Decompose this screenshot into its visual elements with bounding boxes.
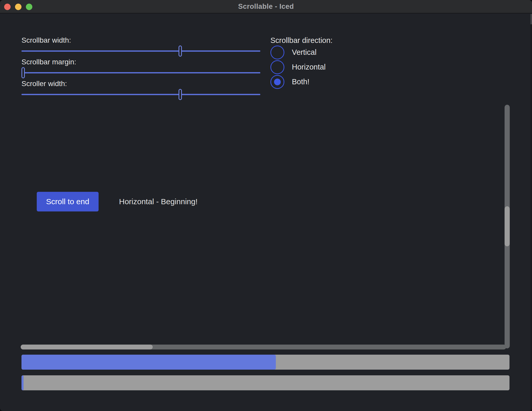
slider-rail[interactable] [21, 67, 260, 78]
radio-group-label: Scrollbar direction: [270, 36, 333, 45]
progress-fill [21, 355, 276, 370]
radio-circle-icon [270, 60, 284, 74]
horizontal-scrollbar[interactable] [21, 345, 506, 349]
vertical-scrollbar-thumb[interactable] [505, 206, 510, 246]
radio-both[interactable]: Both! [270, 74, 333, 89]
radio-circle-icon [270, 75, 284, 89]
scrollbar-direction-group: Scrollbar direction: Vertical Horizontal… [270, 36, 333, 89]
slider-handle[interactable] [21, 67, 25, 78]
slider-label: Scrollbar width: [21, 36, 260, 45]
outer-scrollbar[interactable] [530, 14, 532, 411]
slider-rail[interactable] [21, 45, 260, 57]
outer-scrollbar-thumb[interactable] [530, 14, 532, 24]
titlebar: Scrollable - Iced [0, 0, 532, 13]
slider-track [21, 94, 260, 95]
radio-label: Horizontal [292, 63, 326, 71]
scroll-status-text: Horizontal - Beginning! [119, 192, 198, 211]
horizontal-scrollbar-thumb[interactable] [21, 345, 153, 349]
slider-scroller-width: Scroller width: [21, 79, 260, 100]
app-window: Scrollable - Iced Scrollbar width: Scrol… [0, 0, 532, 411]
radio-circle-icon [270, 45, 284, 59]
scroll-to-end-button[interactable]: Scroll to end [37, 192, 99, 211]
slider-label: Scroller width: [21, 79, 260, 88]
vertical-scrollbar[interactable] [505, 105, 510, 348]
radio-horizontal[interactable]: Horizontal [270, 60, 333, 74]
radio-label: Vertical [292, 48, 316, 57]
slider-scrollbar-margin: Scrollbar margin: [21, 57, 260, 78]
slider-handle[interactable] [179, 45, 182, 57]
progress-fill [21, 375, 24, 390]
slider-label: Scrollbar margin: [21, 57, 260, 67]
window-title: Scrollable - Iced [0, 0, 532, 13]
slider-rail[interactable] [21, 89, 260, 100]
radio-label: Both! [292, 78, 309, 86]
vertical-progress-bar [21, 375, 509, 390]
slider-handle[interactable] [179, 89, 182, 100]
slider-track [21, 50, 260, 52]
radio-vertical[interactable]: Vertical [270, 45, 333, 60]
radio-selected-dot [274, 79, 281, 85]
horizontal-progress-bar [21, 355, 509, 370]
slider-track [21, 72, 260, 73]
slider-scrollbar-width: Scrollbar width: [21, 36, 260, 57]
